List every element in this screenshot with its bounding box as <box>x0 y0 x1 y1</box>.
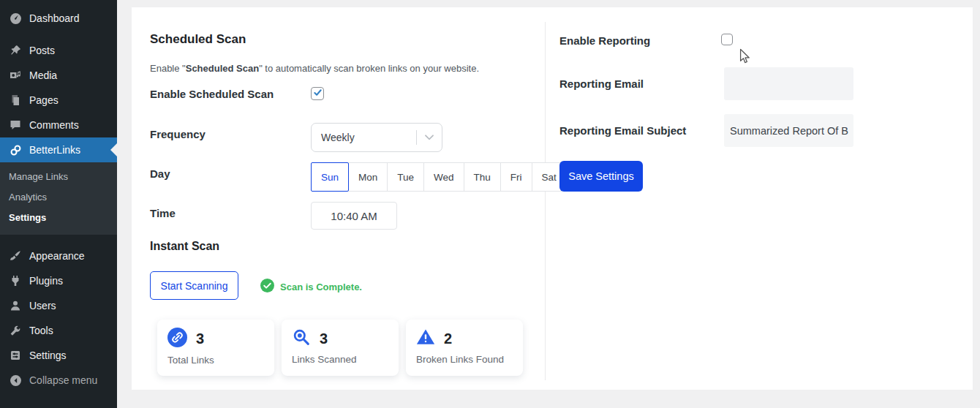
day-button-wed[interactable]: Wed <box>423 162 464 192</box>
sidebar-item-label: BetterLinks <box>29 144 80 156</box>
sidebar-separator <box>0 31 117 38</box>
scan-status-text: Scan is Complete. <box>280 282 362 292</box>
sidebar-item-comments[interactable]: Comments <box>0 113 117 137</box>
dashboard-icon <box>9 12 22 25</box>
frequency-label: Frequency <box>150 128 206 140</box>
collapse-menu-button[interactable]: Collapse menu <box>0 368 117 393</box>
wordpress-admin-screen: Dashboard Posts Media Pages Commen <box>0 0 980 408</box>
frequency-select[interactable]: Weekly <box>311 123 442 152</box>
broken-links-label: Broken Links Found <box>416 354 513 365</box>
wrench-icon <box>9 324 22 337</box>
day-button-thu[interactable]: Thu <box>464 162 501 192</box>
reporting-email-input[interactable] <box>724 67 853 100</box>
active-menu-arrow <box>110 143 117 156</box>
total-links-label: Total Links <box>167 355 264 366</box>
enable-reporting-label: Enable Reporting <box>559 34 650 47</box>
sidebar-item-dashboard[interactable]: Dashboard <box>0 6 117 31</box>
sidebar-item-settings[interactable]: Settings <box>0 343 117 368</box>
frequency-selected-value: Weekly <box>312 132 416 143</box>
checkmark-icon <box>313 87 323 100</box>
stat-card-total-links: 3 Total Links <box>157 320 274 376</box>
submenu-item-manage-links[interactable]: Manage Links <box>0 166 117 186</box>
links-scanned-count: 3 <box>320 330 328 347</box>
reporting-email-label: Reporting Email <box>559 78 644 90</box>
day-button-fri[interactable]: Fri <box>500 162 532 192</box>
chevron-down-icon <box>417 135 442 140</box>
submenu-item-analytics[interactable]: Analytics <box>0 186 117 207</box>
stat-card-links-scanned: 3 Links Scanned <box>282 320 399 376</box>
save-settings-button[interactable]: Save Settings <box>559 161 643 192</box>
stat-card-broken-links: 2 Broken Links Found <box>406 320 523 376</box>
sidebar-item-label: Posts <box>29 45 55 56</box>
column-divider <box>545 22 546 380</box>
comments-icon <box>9 118 22 132</box>
betterlinks-chain-icon <box>9 143 22 156</box>
sidebar-item-label: Appearance <box>29 250 85 262</box>
submenu-item-settings[interactable]: Settings <box>0 207 117 227</box>
enable-reporting-checkbox[interactable] <box>721 34 733 45</box>
day-button-tue[interactable]: Tue <box>387 162 424 192</box>
time-label: Time <box>150 207 176 219</box>
sidebar-separator <box>0 235 117 243</box>
settings-panel: Scheduled Scan Enable "Scheduled Scan" t… <box>132 7 973 390</box>
media-icon <box>9 69 22 82</box>
scheduled-scan-description: Enable "Scheduled Scan" to automatically… <box>150 63 479 74</box>
sidebar-item-label: Pages <box>29 94 59 106</box>
collapse-menu-label: Collapse menu <box>29 374 97 386</box>
pushpin-icon <box>9 44 22 57</box>
reporting-email-subject-input[interactable]: Summarized Report Of B <box>724 114 853 147</box>
user-icon <box>9 299 22 312</box>
time-input[interactable]: 10:40 AM <box>311 202 397 230</box>
instant-scan-title: Instant Scan <box>150 240 219 253</box>
sidebar-item-users[interactable]: Users <box>0 293 117 318</box>
sidebar-item-betterlinks[interactable]: BetterLinks <box>0 137 117 162</box>
plug-icon <box>9 274 22 287</box>
sidebar-item-tools[interactable]: Tools <box>0 318 117 343</box>
sidebar-item-label: Users <box>29 300 56 311</box>
scan-status: Scan is Complete. <box>260 279 362 295</box>
admin-sidebar: Dashboard Posts Media Pages Commen <box>0 0 117 408</box>
pages-icon <box>9 94 22 107</box>
sidebar-item-appearance[interactable]: Appearance <box>0 243 117 268</box>
scheduled-scan-title: Scheduled Scan <box>150 32 246 47</box>
day-button-sun[interactable]: Sun <box>311 162 349 192</box>
check-circle-icon <box>260 279 274 295</box>
links-scanned-label: Links Scanned <box>292 354 388 365</box>
sidebar-item-label: Plugins <box>29 275 63 287</box>
sidebar-item-plugins[interactable]: Plugins <box>0 268 117 293</box>
start-scanning-button[interactable]: Start Scanning <box>150 271 238 300</box>
total-links-count: 3 <box>196 330 204 347</box>
sidebar-item-label: Settings <box>29 350 67 361</box>
enable-scheduled-scan-checkbox[interactable] <box>311 87 324 100</box>
sidebar-item-label: Comments <box>29 119 79 131</box>
enable-scheduled-scan-label: Enable Scheduled Scan <box>150 88 274 100</box>
betterlinks-submenu: Manage Links Analytics Settings <box>0 162 117 235</box>
sidebar-item-pages[interactable]: Pages <box>0 88 117 113</box>
paintbrush-icon <box>9 249 22 262</box>
sliders-icon <box>9 349 22 362</box>
collapse-arrow-icon <box>9 374 22 387</box>
day-label: Day <box>150 167 170 180</box>
link-icon <box>167 328 187 350</box>
warning-icon <box>416 328 435 350</box>
day-selector: Sun Mon Tue Wed Thu Fri Sat <box>311 162 567 192</box>
sidebar-item-label: Tools <box>29 325 53 336</box>
search-icon <box>292 328 311 350</box>
sidebar-item-posts[interactable]: Posts <box>0 38 117 63</box>
sidebar-item-label: Dashboard <box>29 12 80 24</box>
reporting-email-subject-label: Reporting Email Subject <box>559 124 686 137</box>
sidebar-item-media[interactable]: Media <box>0 63 117 88</box>
day-button-mon[interactable]: Mon <box>348 162 388 192</box>
sidebar-item-label: Media <box>29 69 57 81</box>
broken-links-count: 2 <box>444 330 452 347</box>
